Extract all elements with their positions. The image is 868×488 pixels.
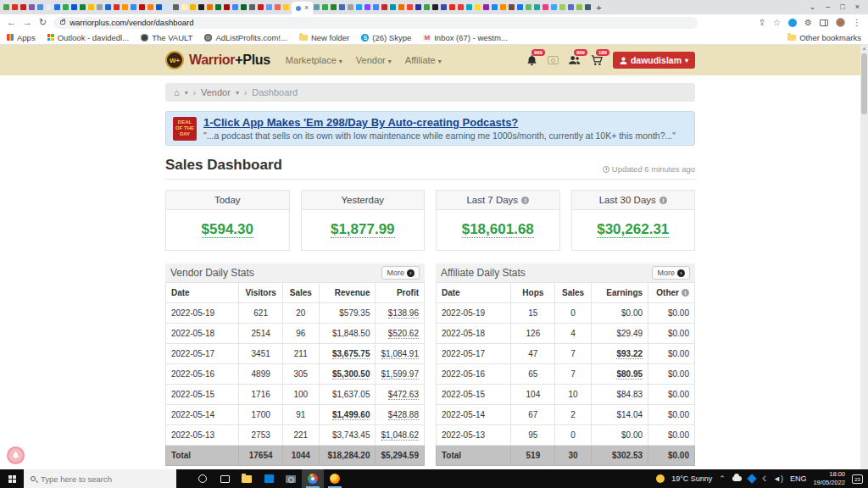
browser-tab-favicon[interactable] xyxy=(105,4,111,10)
stat-card-value[interactable]: $594.30 xyxy=(202,221,253,238)
other-bookmarks[interactable]: Other bookmarks xyxy=(787,33,861,42)
language-indicator[interactable]: ENG xyxy=(790,474,807,483)
browser-tab-favicon[interactable] xyxy=(283,4,289,10)
browser-tab-favicon[interactable] xyxy=(258,4,264,10)
bookmark-star-icon[interactable]: ☆ xyxy=(773,19,781,27)
extensions-puzzle-icon[interactable]: ⚙ xyxy=(804,19,812,27)
bookmark-item[interactable]: The VAULT xyxy=(141,33,192,42)
browser-tab-favicon[interactable] xyxy=(164,4,170,10)
breadcrumb-vendor[interactable]: Vendor xyxy=(201,87,231,97)
cell-value[interactable]: $3,675.75 xyxy=(332,349,370,359)
new-tab-button[interactable]: + xyxy=(596,3,601,13)
tray-expand-icon[interactable]: ⌃ xyxy=(719,475,726,483)
cart-button[interactable]: 189 xyxy=(591,55,603,66)
browser-tab-favicon[interactable] xyxy=(568,4,574,10)
browser-tab-favicon[interactable] xyxy=(266,4,272,10)
browser-tab-favicon[interactable] xyxy=(441,4,447,10)
cell-value[interactable]: $1,499.60 xyxy=(332,410,370,420)
cell-value[interactable]: $472.63 xyxy=(388,390,419,400)
browser-tab-favicon[interactable] xyxy=(364,4,370,10)
info-icon[interactable]: i xyxy=(659,197,667,204)
file-explorer-button[interactable] xyxy=(236,469,258,488)
menu-dots-icon[interactable]: ⋮ xyxy=(853,19,861,27)
brand-name[interactable]: Warrior+Plus xyxy=(189,53,270,68)
browser-tab-favicon[interactable] xyxy=(232,4,238,10)
search-input[interactable] xyxy=(41,474,151,484)
user-menu-button[interactable]: dawudislam ▾ xyxy=(613,52,695,69)
page-scrollbar[interactable]: ▲ xyxy=(860,45,868,469)
browser-tab-favicon[interactable] xyxy=(526,4,531,10)
task-view-button[interactable] xyxy=(214,469,236,488)
browser-tab-favicon[interactable] xyxy=(449,4,455,10)
cell-value[interactable]: $1,084.91 xyxy=(381,349,420,359)
bookmark-item[interactable]: S(26) Skype xyxy=(361,33,411,42)
home-icon[interactable]: ⌂ xyxy=(174,87,180,97)
browser-tab-favicon[interactable] xyxy=(190,4,196,10)
bookmark-item[interactable]: Outlook - davidedl... xyxy=(47,33,130,42)
browser-tab-favicon[interactable] xyxy=(534,4,540,10)
tab-search-icon[interactable]: ⌄ xyxy=(810,3,816,11)
browser-tab-favicon[interactable] xyxy=(173,4,179,10)
warriorplus-logo[interactable]: W+ xyxy=(165,51,184,69)
browser-tab-favicon[interactable] xyxy=(80,4,86,10)
deal-title-link[interactable]: 1-Click App Makes 'Em 298/Day By Auto-cr… xyxy=(203,116,676,129)
browser-tab-favicon[interactable] xyxy=(314,4,320,10)
browser-tab-favicon[interactable] xyxy=(12,4,18,10)
browser-tab-favicon[interactable] xyxy=(241,4,247,10)
browser-tab-favicon[interactable] xyxy=(71,4,77,10)
cell-value[interactable]: $80.95 xyxy=(616,369,643,380)
camera-app-button[interactable] xyxy=(280,469,302,488)
info-icon[interactable]: i xyxy=(682,289,689,297)
maximize-button[interactable]: □ xyxy=(840,3,844,11)
browser-tab-favicon[interactable] xyxy=(147,4,153,10)
cell-value[interactable]: $93.22 xyxy=(616,349,643,359)
stat-card-value[interactable]: $30,262.31 xyxy=(597,221,669,238)
browser-tab-favicon[interactable] xyxy=(322,4,328,10)
stat-card-value[interactable]: $18,601.68 xyxy=(462,221,534,238)
wallet-button[interactable] xyxy=(548,56,559,64)
browser-tab-favicon[interactable] xyxy=(559,4,565,10)
vendor-more-button[interactable]: More › xyxy=(381,266,420,280)
browser-tab-favicon[interactable] xyxy=(198,4,204,10)
url-text[interactable]: warriorplus.com/vendor/dashboard xyxy=(70,18,193,27)
cell-value[interactable]: $5,300.50 xyxy=(332,369,370,380)
browser-tab-favicon[interactable] xyxy=(517,4,523,10)
forward-icon[interactable]: → xyxy=(23,18,32,27)
browser-tab-favicon[interactable] xyxy=(492,4,498,10)
browser-tab-favicon[interactable] xyxy=(509,4,515,10)
onedrive-cloud-icon[interactable] xyxy=(732,476,742,481)
affiliate-more-button[interactable]: More › xyxy=(652,266,690,280)
browser-tab-favicon[interactable] xyxy=(542,4,548,10)
browser-tab-favicon[interactable] xyxy=(458,4,464,10)
browser-tab-favicon[interactable] xyxy=(114,4,120,10)
browser-tab-favicon[interactable] xyxy=(275,4,281,10)
browser-tab-favicon[interactable] xyxy=(356,4,362,10)
browser-tab-favicon[interactable] xyxy=(415,4,421,10)
bookmark-item[interactable]: AdListProfits.com!... xyxy=(204,33,287,42)
browser-tab-favicon[interactable] xyxy=(224,4,230,10)
close-button[interactable]: × xyxy=(855,3,860,11)
browser-tab-favicon[interactable] xyxy=(475,4,481,10)
browser-tab-favicon[interactable] xyxy=(207,4,213,10)
bookmark-item[interactable]: Apps xyxy=(7,33,36,42)
browser-tab-favicon[interactable] xyxy=(381,4,387,10)
browser-tab-favicon[interactable] xyxy=(585,4,591,10)
browser-tab-favicon[interactable] xyxy=(424,4,430,10)
address-bar[interactable]: warriorplus.com/vendor/dashboard xyxy=(53,17,698,29)
browser-tab-favicon[interactable] xyxy=(37,4,43,10)
browser-tab-favicon[interactable] xyxy=(331,4,337,10)
affiliates-users[interactable]: 999 xyxy=(569,55,581,65)
active-tab[interactable]: × xyxy=(292,2,313,14)
browser-tab-favicon[interactable] xyxy=(97,4,103,10)
profile-avatar[interactable] xyxy=(836,18,845,27)
browser-tab-favicon[interactable] xyxy=(122,4,128,10)
weather-sun-icon[interactable] xyxy=(656,474,665,483)
notifications-bell[interactable]: 999 xyxy=(526,55,537,66)
browser-tab-favicon[interactable] xyxy=(432,4,438,10)
browser-tab-favicon[interactable] xyxy=(29,4,35,10)
cell-value[interactable]: $1,048.62 xyxy=(381,430,420,441)
browser-tab-favicon[interactable] xyxy=(54,4,60,10)
browser-tab-favicon[interactable] xyxy=(215,4,221,10)
browser-tab-favicon[interactable] xyxy=(466,4,472,10)
home-caret-icon[interactable]: ▾ xyxy=(185,89,188,97)
